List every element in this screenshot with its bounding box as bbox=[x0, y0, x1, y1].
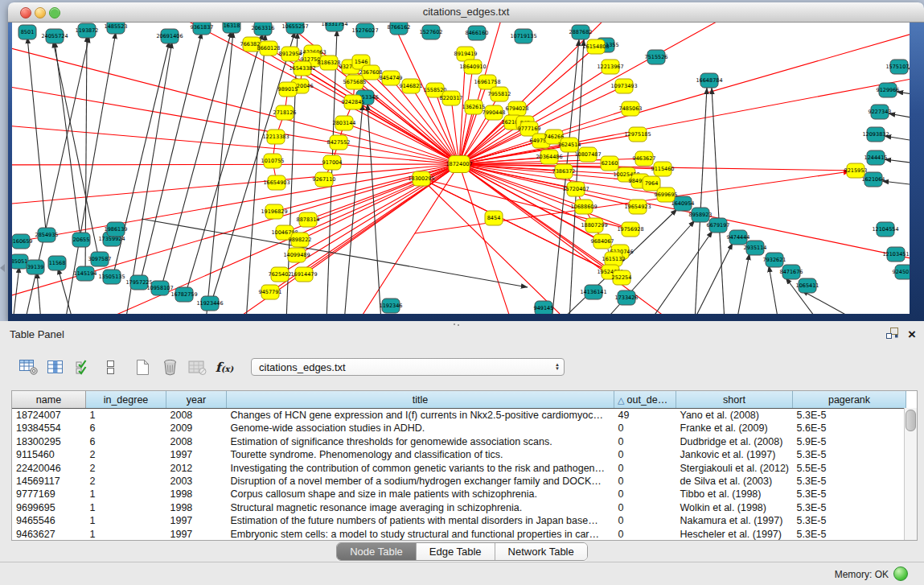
graph-node[interactable]: 11923446 bbox=[196, 296, 223, 311]
graph-edge[interactable] bbox=[459, 67, 473, 164]
graph-node[interactable]: 12213383 bbox=[262, 130, 289, 144]
graph-node[interactable]: 9129966 bbox=[877, 83, 900, 97]
graph-node[interactable]: 1621064 bbox=[862, 172, 885, 187]
cell-name[interactable]: 9463627 bbox=[12, 528, 86, 541]
graph-node[interactable]: 16648784 bbox=[696, 73, 722, 88]
graph-node[interactable]: 18640910 bbox=[459, 60, 486, 74]
cell-title[interactable]: Genome-wide association studies in ADHD. bbox=[227, 422, 614, 435]
graph-node[interactable]: 9684067 bbox=[591, 234, 614, 249]
cell-in_degree[interactable]: 6 bbox=[86, 435, 166, 448]
column-header-pagerank[interactable]: pagerank bbox=[793, 391, 906, 409]
graph-node[interactable]: 9242845 bbox=[342, 95, 365, 109]
cell-out_degree[interactable]: 0 bbox=[614, 501, 676, 514]
graph-node[interactable]: 9457791 bbox=[259, 285, 282, 299]
graph-node[interactable]: 16654903 bbox=[263, 175, 290, 190]
graph-node[interactable]: 10655257 bbox=[281, 23, 308, 34]
graph-node[interactable]: 20691406 bbox=[156, 29, 183, 43]
graph-node[interactable]: 15751074 bbox=[885, 60, 910, 74]
cell-in_degree[interactable]: 1 bbox=[86, 501, 166, 514]
graph-edge[interactable] bbox=[459, 24, 910, 164]
show-column-icon[interactable] bbox=[42, 356, 69, 378]
new-column-icon[interactable] bbox=[129, 356, 156, 378]
graph-edge[interactable] bbox=[37, 272, 41, 314]
cell-title[interactable]: Estimation of significance thresholds fo… bbox=[227, 435, 614, 448]
graph-node[interactable]: 12975185 bbox=[624, 127, 651, 142]
cell-in_degree[interactable]: 1 bbox=[86, 488, 166, 501]
graph-edge[interactable] bbox=[693, 243, 733, 314]
graph-node[interactable]: 2160659 bbox=[12, 234, 32, 249]
cell-year[interactable]: 2003 bbox=[166, 475, 227, 488]
graph-edge[interactable] bbox=[53, 41, 100, 263]
graph-edge[interactable] bbox=[12, 121, 459, 164]
graph-edge[interactable] bbox=[184, 33, 263, 299]
cell-out_degree[interactable]: 0 bbox=[614, 462, 676, 475]
tab-network-table[interactable]: Network Table bbox=[495, 543, 587, 560]
graph-node[interactable]: 9227343 bbox=[869, 105, 892, 119]
cell-in_degree[interactable]: 2 bbox=[86, 475, 166, 488]
cell-title[interactable]: Embryonic stem cells: a model to study s… bbox=[227, 528, 614, 541]
graph-node[interactable]: 9245012 bbox=[893, 265, 910, 279]
graph-node[interactable]: 19654923 bbox=[624, 200, 651, 214]
scrollbar-thumb[interactable] bbox=[906, 410, 916, 431]
graph-node[interactable]: 1192346 bbox=[380, 299, 403, 313]
cell-out_degree[interactable]: 0 bbox=[614, 448, 676, 461]
cell-out_degree[interactable]: 0 bbox=[614, 528, 676, 541]
cell-in_degree[interactable]: 2 bbox=[86, 448, 166, 461]
cell-title[interactable]: Changes of HCN gene expression and I(f) … bbox=[227, 409, 614, 422]
column-header-out_degree[interactable]: △ out_de… bbox=[614, 391, 676, 409]
cell-title[interactable]: Estimation of the future numbers of pati… bbox=[227, 514, 614, 527]
cell-out_degree[interactable]: 0 bbox=[614, 435, 676, 448]
graph-node[interactable]: 1193872 bbox=[76, 23, 99, 38]
cell-name[interactable]: 14569117 bbox=[12, 475, 86, 488]
graph-node[interactable]: 9898222 bbox=[289, 233, 312, 247]
row-height-icon[interactable] bbox=[97, 356, 124, 378]
cell-pagerank[interactable]: 5.3E-5 bbox=[793, 514, 906, 527]
cell-year[interactable]: 1998 bbox=[166, 488, 227, 501]
graph-node[interactable]: 1244415 bbox=[864, 150, 888, 165]
cell-short[interactable]: Stergiakouli et al. (2012) bbox=[676, 462, 793, 475]
graph-edge[interactable] bbox=[27, 37, 47, 239]
cell-pagerank[interactable]: 5.3E-5 bbox=[793, 448, 906, 461]
cell-short[interactable]: Jankovic et al. (1997) bbox=[676, 448, 793, 461]
cell-out_degree[interactable]: 0 bbox=[614, 475, 676, 488]
network-window-titlebar[interactable]: citations_edges.txt bbox=[8, 2, 924, 23]
graph-node[interactable]: 10719135 bbox=[510, 29, 536, 43]
graph-node[interactable]: 7932621 bbox=[763, 253, 786, 267]
cell-short[interactable]: Franke et al. (2009) bbox=[676, 422, 793, 435]
graph-node[interactable]: 8766162 bbox=[388, 23, 411, 35]
graph-node[interactable]: 7386372 bbox=[552, 164, 576, 179]
graph-node[interactable]: 9474444 bbox=[727, 230, 750, 245]
cell-title[interactable]: Investigating the contribution of common… bbox=[227, 462, 614, 475]
cell-name[interactable]: 9465546 bbox=[12, 514, 86, 527]
graph-edge[interactable] bbox=[142, 219, 528, 287]
cell-year[interactable]: 2012 bbox=[166, 462, 227, 475]
graph-node[interactable]: 18331754 bbox=[321, 23, 347, 31]
cell-name[interactable]: 9699695 bbox=[12, 501, 86, 514]
graph-node[interactable]: 6679197 bbox=[707, 218, 730, 233]
graph-node[interactable]: 10688609 bbox=[570, 200, 597, 214]
cell-name[interactable]: 18724007 bbox=[12, 409, 86, 422]
cell-title[interactable]: Disruption of a novel member of a sodium… bbox=[227, 475, 614, 488]
graph-node[interactable]: 6794028 bbox=[506, 101, 529, 116]
cell-pagerank[interactable]: 5.5E-5 bbox=[793, 462, 906, 475]
graph-node[interactable]: 2854935 bbox=[35, 228, 59, 242]
graph-edge[interactable] bbox=[55, 41, 81, 244]
graph-node[interactable]: 1145194 bbox=[74, 266, 97, 281]
column-header-year[interactable]: year bbox=[166, 391, 227, 409]
cell-name[interactable]: 18300295 bbox=[12, 435, 86, 448]
graph-node[interactable]: 9463627 bbox=[633, 151, 656, 166]
graph-node[interactable]: 8215953 bbox=[844, 163, 868, 178]
cell-name[interactable]: 9777169 bbox=[12, 488, 86, 501]
graph-node[interactable]: 19196829 bbox=[261, 204, 287, 219]
graph-node[interactable]: 1527602 bbox=[420, 25, 443, 39]
graph-node[interactable]: 8878314 bbox=[297, 212, 320, 227]
graph-node[interactable]: 2887682 bbox=[569, 25, 593, 39]
cell-pagerank[interactable]: 5.9E-5 bbox=[793, 435, 906, 448]
graph-node[interactable]: 16914479 bbox=[290, 267, 317, 282]
cell-in_degree[interactable]: 1 bbox=[86, 514, 166, 527]
table-select[interactable]: citations_edges.txt ▲▼ bbox=[251, 358, 565, 376]
float-panel-icon[interactable] bbox=[885, 327, 900, 343]
graph-edge[interactable] bbox=[13, 266, 19, 314]
cell-year[interactable]: 1997 bbox=[166, 528, 227, 541]
graph-node[interactable]: 2718126 bbox=[273, 105, 297, 120]
